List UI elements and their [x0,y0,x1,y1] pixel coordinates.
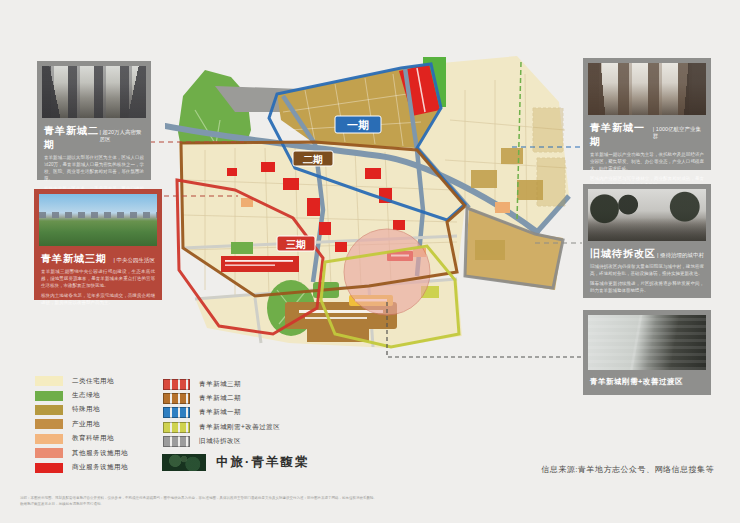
callout-transition: 青羊新城刚需+改善过渡区 [583,310,711,395]
phase2-photo [42,66,146,118]
phase3-badge: 三期 [277,236,315,251]
fineprint: 说明：本图所示范围、规划及配套信息整理自公开资料，仅供参考，不构成任何承诺或要约… [20,496,720,508]
callout-title: 青羊新城一期 [590,121,653,149]
legend-label: 青羊新城刚需+改善过渡区 [199,423,280,432]
phase3-photo [39,194,157,246]
legend-row: 商业服务设施用地 [35,460,128,474]
phase1-photo [588,63,706,115]
legend-row: 青羊新城三期 [163,377,280,391]
callout-oldtown: 旧城待拆改区 | 亟待治理的城中村 旧城待拆改区内仍保留大量老旧院落与城中村，建… [583,184,711,298]
callout-title: 旧城待拆改区 [590,247,656,261]
legend-swatch [35,463,63,473]
legend-label: 产业用地 [72,420,100,429]
legend-row: 二类住宅用地 [35,374,128,388]
fineprint-line2: 数据整理截至发布之日，后续如有调整恕不另行通知。 [20,502,720,508]
legend-label: 特殊用地 [72,405,100,414]
legend-row: 特殊用地 [35,403,128,417]
phase1-badge: 一期 [335,116,381,133]
callout-title: 青羊新城二期 [44,124,99,152]
legend-label: 青羊新城三期 [199,380,241,389]
svg-text:一期: 一期 [347,119,369,131]
legend-row: 旧城待拆改区 [163,435,280,449]
legend-landuse: 二类住宅用地生态绿地特殊用地产业用地教育科研用地其他服务设施用地商业服务设施用地 [35,374,128,475]
oldtown-photo [588,189,706,241]
legend-row: 产业用地 [35,417,128,431]
callout-body: 青羊新城一期以产业功能为主导，依托航空及总部经济产业园区，聚集研发、制造、办公等… [590,152,704,173]
legend-swatch [35,391,63,401]
legend-swatch [35,376,63,386]
legend-row: 生态绿地 [35,388,128,402]
legend-swatch [35,419,63,429]
legend-label: 其他服务设施用地 [72,449,128,458]
callout-body: 随着城市更新持续推进，片区拆改将逐步释放发展空间，助力青羊新城整体面貌提升。 [590,281,704,295]
brand-logo-image [162,454,206,471]
legend-label: 青羊新城一期 [199,408,241,417]
legend-label: 旧城待拆改区 [199,437,241,446]
legend-row: 青羊新城二期 [163,391,280,405]
legend-swatch [163,379,190,390]
commercial-strip [221,256,299,272]
transition-photo [588,315,706,370]
svg-text:三期: 三期 [286,239,306,250]
callout-phase2: 青羊新城二期 | 超20万人高密聚居区 青羊新城二期以大型居住社区为主体，区域人… [37,61,151,180]
callout-subtitle: | 1000亿航空产业集群 [653,126,704,140]
callout-phase3: 青羊新城三期 | 中央公园生活区 青羊新城三期围绕中央公园进行规划建设，生态本底… [34,189,162,300]
legend-label: 生态绿地 [72,391,100,400]
legend-swatch [35,434,63,444]
legend-row: 其他服务设施用地 [35,446,128,460]
legend-label: 青羊新城二期 [199,394,241,403]
callout-subtitle: | 亟待治理的城中村 [657,252,704,259]
project-location-highlight [344,229,430,315]
land-use-map: 一期 二期 三期 [165,50,585,380]
callout-body: 板块内土地储备充足，近年多宗宅地成交，品牌房企相继进驻，新房供应以改善型产品为主… [41,293,155,307]
legend-swatch [163,422,190,433]
callout-body: 青羊新城二期以大型居住社区为主体，区域人口超过20万，是青羊新城人口最为密集的板… [44,155,144,183]
legend-row: 青羊新城刚需+改善过渡区 [163,420,280,434]
brand-name: 中旅·青羊馥棠 [216,454,309,471]
svg-text:二期: 二期 [303,154,323,165]
callout-title: 青羊新城刚需+改善过渡区 [590,377,683,387]
legend-label: 教育科研用地 [72,434,114,443]
map-canvas: 一期 二期 三期 [165,50,585,380]
legend-row: 教育科研用地 [35,432,128,446]
callout-title: 青羊新城三期 [41,252,107,266]
legend-row: 青羊新城一期 [163,406,280,420]
callout-subtitle: | 超20万人高密聚居区 [99,129,144,143]
callout-phase1: 青羊新城一期 | 1000亿航空产业集群 青羊新城一期以产业功能为主导，依托航空… [583,58,711,170]
legend-label: 商业服务设施用地 [72,463,128,472]
source-note: 信息来源:青羊地方志公众号、网络信息搜集等 [541,464,714,475]
legend-swatch [35,448,63,458]
legend-swatch [163,436,190,447]
callout-body: 青羊新城三期围绕中央公园进行规划建设，生态本底优越，绿地景观资源丰富，是青羊新城… [41,269,155,290]
legend-swatch [163,393,190,404]
legend-label: 二类住宅用地 [72,377,114,386]
callout-body: 旧城待拆改区内仍保留大量老旧院落与城中村，建筑密度高，环境相对杂乱，基础设施薄弱… [590,264,704,278]
legend-swatch [35,405,63,415]
brand: 中旅·青羊馥棠 [162,454,309,471]
callout-subtitle: | 中央公园生活区 [114,257,155,264]
legend-swatch [163,407,190,418]
phase2-badge: 二期 [293,151,333,166]
legend-zones: 青羊新城三期青羊新城二期青羊新城一期青羊新城刚需+改善过渡区旧城待拆改区 [163,377,280,449]
